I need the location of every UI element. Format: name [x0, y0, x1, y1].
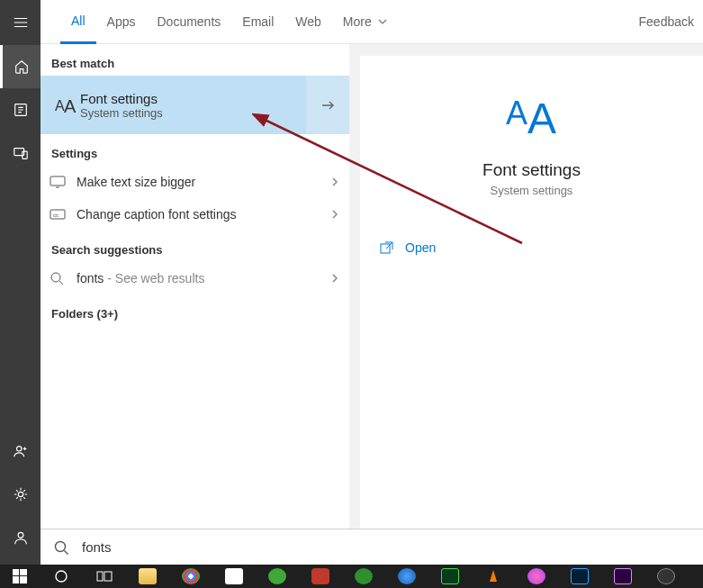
chevron-right-icon — [329, 209, 340, 220]
preview-open-action[interactable]: Open — [360, 231, 703, 264]
taskbar-photoshop[interactable] — [558, 565, 601, 588]
start-button[interactable] — [0, 565, 40, 588]
taskbar-app-green2[interactable] — [342, 565, 385, 588]
windows-icon — [13, 569, 27, 583]
taskbar-itunes[interactable] — [515, 565, 558, 588]
section-best-match: Best match — [41, 44, 349, 76]
settings-item-caption-font[interactable]: cc Change caption font settings — [41, 198, 349, 231]
search-icon — [50, 271, 77, 285]
svg-rect-8 — [50, 176, 65, 185]
svg-rect-14 — [381, 244, 390, 253]
rail-recent[interactable] — [0, 88, 41, 131]
best-match-subtitle: System settings — [80, 106, 163, 120]
svg-point-11 — [51, 273, 60, 282]
tab-apps[interactable]: Apps — [96, 0, 147, 44]
taskbar-dreamweaver[interactable] — [428, 565, 472, 588]
taskbar-app-green1[interactable] — [256, 565, 299, 588]
feedback-link[interactable]: Feedback — [639, 14, 694, 29]
section-settings: Settings — [41, 134, 349, 166]
taskbar-taskview[interactable] — [83, 565, 126, 588]
chrome-icon — [182, 568, 200, 584]
taskbar-explorer[interactable] — [126, 565, 169, 588]
web-suggestion-item[interactable]: fonts - See web results — [41, 262, 349, 294]
home-icon — [14, 59, 30, 75]
result-preview-panel: A A Font settings System settings Open — [360, 56, 703, 529]
rail-devices[interactable] — [0, 131, 41, 175]
open-label: Open — [405, 240, 436, 255]
chevron-right-icon — [329, 176, 340, 187]
best-match-expand[interactable] — [306, 76, 349, 134]
person-add-icon — [13, 443, 29, 459]
taskbar-chrome[interactable] — [169, 565, 212, 588]
rail-account[interactable] — [0, 430, 41, 473]
preview-subtitle: System settings — [491, 184, 573, 197]
svg-text:A: A — [64, 96, 77, 116]
start-left-rail — [0, 0, 41, 565]
preview-title: Font settings — [482, 160, 581, 180]
svg-rect-18 — [20, 569, 27, 575]
svg-point-16 — [56, 541, 66, 551]
photoshop-icon — [571, 568, 589, 584]
svg-rect-22 — [97, 572, 103, 581]
preview-font-icon: A A — [500, 88, 563, 148]
suggestion-suffix: - See web results — [104, 271, 204, 285]
gear-icon — [13, 486, 29, 502]
suggestion-term: fonts — [77, 271, 104, 285]
svg-text:cc: cc — [53, 213, 59, 218]
svg-text:A: A — [506, 95, 527, 131]
svg-point-5 — [18, 532, 23, 538]
tab-email[interactable]: Email — [231, 0, 284, 44]
svg-rect-23 — [104, 572, 112, 581]
taskview-icon — [96, 569, 113, 583]
rail-home[interactable] — [0, 45, 41, 88]
tab-all[interactable]: All — [60, 0, 96, 44]
taskbar-app-globe[interactable] — [385, 565, 428, 588]
taskbar — [0, 565, 703, 588]
svg-rect-17 — [13, 569, 19, 575]
tab-web[interactable]: Web — [284, 0, 332, 44]
rail-settings[interactable] — [0, 473, 41, 516]
svg-point-4 — [18, 492, 23, 496]
svg-rect-19 — [13, 576, 19, 583]
svg-point-21 — [56, 571, 67, 582]
arrow-right-icon — [319, 96, 337, 114]
vlc-icon — [485, 568, 501, 584]
person-icon — [13, 529, 29, 546]
cortana-icon — [54, 569, 68, 583]
rail-profile[interactable] — [0, 516, 41, 559]
settings-item-text-size[interactable]: Make text size bigger — [41, 166, 349, 198]
dreamweaver-icon — [441, 568, 459, 584]
section-suggestions: Search suggestions — [41, 231, 349, 262]
app-icon — [311, 568, 329, 584]
svg-rect-20 — [20, 576, 27, 583]
explorer-icon — [139, 568, 157, 584]
section-folders[interactable]: Folders (3+) — [41, 294, 349, 326]
font-settings-icon: AA — [50, 93, 80, 118]
store-icon — [225, 568, 243, 584]
recent-icon — [13, 102, 29, 118]
svg-point-3 — [16, 447, 21, 451]
best-match-item[interactable]: AA Font settings System settings — [41, 76, 349, 134]
tab-more[interactable]: More — [332, 0, 399, 44]
taskbar-vlc[interactable] — [472, 565, 515, 588]
display-icon — [50, 174, 77, 190]
search-bar[interactable] — [41, 529, 703, 565]
svg-text:A: A — [527, 95, 556, 142]
premiere-icon — [614, 568, 632, 584]
tab-more-label: More — [343, 14, 372, 29]
search-input[interactable] — [82, 539, 703, 555]
best-match-title: Font settings — [80, 91, 163, 106]
devices-icon — [13, 145, 29, 161]
taskbar-premiere[interactable] — [601, 565, 644, 588]
tab-documents[interactable]: Documents — [146, 0, 231, 44]
taskbar-store[interactable] — [212, 565, 256, 588]
taskbar-cortana[interactable] — [40, 565, 83, 588]
itunes-icon — [527, 568, 545, 584]
app-icon — [268, 568, 286, 584]
hamburger-button[interactable] — [0, 0, 41, 45]
taskbar-app-dark[interactable] — [644, 565, 688, 588]
search-icon — [53, 539, 69, 556]
globe-icon — [398, 568, 416, 584]
chevron-down-icon — [377, 16, 388, 27]
taskbar-app-red[interactable] — [299, 565, 342, 588]
